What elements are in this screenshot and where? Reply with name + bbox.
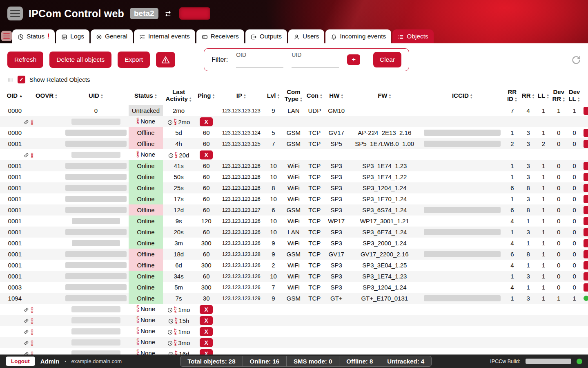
table-row[interactable]: 00000Untracked2mo123.123.123.1239LANUDPG… (0, 105, 588, 116)
add-filter-button[interactable]: + (347, 54, 360, 65)
col-hw[interactable]: HW▲▼ (325, 86, 348, 105)
cell-ip: 123.123.123.125 (218, 138, 264, 149)
col-con[interactable]: Con▲▼ (305, 86, 324, 105)
related-row[interactable]: OIDOVRNoneACT3moX (0, 337, 588, 348)
filter-oid-input[interactable] (236, 61, 283, 68)
tab-receivers[interactable]: Receivers (196, 29, 244, 43)
table-row[interactable]: 0001Online25s60123.123.123.1268WiFiTCPSP… (0, 182, 588, 193)
tab-incoming-events[interactable]: Incoming events (325, 29, 391, 43)
clear-filter-button[interactable]: Clear (373, 52, 401, 67)
delete-related-button[interactable]: X (200, 338, 212, 347)
related-row[interactable]: OIDOVRNoneACT1moX (0, 326, 588, 337)
col-oid[interactable]: OID▲ (0, 86, 30, 105)
col-rr_id[interactable]: RR ID▲▼ (504, 86, 520, 105)
row-action-button[interactable] (584, 107, 588, 115)
table-row[interactable]: 0001Online50s60123.123.123.12610WiFiTCPS… (0, 171, 588, 182)
table-row[interactable]: 0001Online9s120123.123.123.12610WiFiTCPW… (0, 215, 588, 227)
logout-button[interactable]: Logout (6, 357, 35, 366)
cell-rr-id: 1 (504, 127, 520, 138)
cell-rr: 3 (521, 271, 536, 282)
row-action-button[interactable] (584, 283, 588, 292)
table-row[interactable]: 0001Offline6d300123.123.123.1262WiFiTCPS… (0, 260, 588, 271)
tab-internal-events[interactable]: Internal events (134, 29, 195, 43)
col-lvl[interactable]: Lvl▲▼ (264, 86, 282, 105)
row-action-button[interactable] (584, 162, 588, 170)
menu-button[interactable] (7, 7, 23, 20)
col-fw[interactable]: FW▲▼ (348, 86, 421, 105)
col-dev_rr[interactable]: Dev RR▲▼ (551, 86, 566, 105)
table-row[interactable]: 1094Online7s30123.123.123.1299GSMTCPGT+G… (0, 293, 588, 304)
table-row[interactable]: 0001Offline12d60123.123.123.1276GSMTCPSP… (0, 204, 588, 215)
related-row[interactable]: OIDOVRNoneACT15hX (0, 315, 588, 326)
row-action-button[interactable] (584, 261, 588, 269)
cell-iccid (421, 138, 504, 149)
table-row[interactable]: 0001Online17s60123.123.123.12610WiFiTCPS… (0, 193, 588, 204)
cell-empty (218, 304, 588, 315)
outputs-icon (251, 33, 257, 40)
tab-outputs[interactable]: Outputs (245, 29, 287, 43)
table-row[interactable]: 0001Offline18d60123.123.123.1289GSMTCPGV… (0, 249, 588, 260)
table-row[interactable]: 0000Offline5d60123.123.123.1245GSMTCPGV1… (0, 127, 588, 138)
col-uid[interactable]: UID▲▼ (63, 86, 128, 105)
delete-related-button[interactable]: X (200, 316, 212, 325)
swap-icon[interactable] (164, 9, 172, 18)
table-row[interactable]: 0001Online34s60123.123.123.12610WiFiTCPS… (0, 271, 588, 282)
col-rr[interactable]: RR▲▼ (521, 86, 536, 105)
related-row[interactable]: OIDOVRNoneACT1moX (0, 304, 588, 315)
table-row[interactable]: 0001Online41s60123.123.123.12610WiFiTCPS… (0, 160, 588, 171)
warning-button[interactable] (156, 52, 175, 68)
table-row[interactable]: 0001Offline4h60123.123.123.1257GSMTCPSP5… (0, 138, 588, 149)
cell-oovr (30, 293, 64, 304)
related-row[interactable]: OIDOVRNoneACT16dX (0, 348, 588, 355)
row-action-button[interactable] (584, 195, 588, 203)
col-dev_ll[interactable]: Dev LL▲▼ (566, 86, 582, 105)
related-row[interactable]: OIDOVRNoneACT20dX (0, 149, 588, 160)
table-row[interactable]: 0001Online3m300123.123.123.1269WiFiTCPSP… (0, 238, 588, 249)
col-ping[interactable]: Ping▲▼ (194, 86, 218, 105)
row-action-button[interactable] (584, 184, 588, 192)
row-action-button[interactable] (584, 272, 588, 280)
delete-related-button[interactable]: X (200, 327, 212, 336)
row-action-button[interactable] (584, 239, 588, 247)
cell-action (582, 105, 588, 116)
table-row[interactable]: 0001Online20s60123.123.123.12610LANTCPSP… (0, 227, 588, 238)
row-action-button[interactable] (584, 129, 588, 137)
row-action-button[interactable] (584, 173, 588, 181)
tab-users[interactable]: Users (288, 29, 324, 43)
delete-all-objects-button[interactable]: Delete all objects (49, 52, 111, 68)
col-ll[interactable]: LL▲▼ (536, 86, 551, 105)
sort-icon: ▲▼ (577, 96, 580, 102)
tab-logs[interactable]: Logs (56, 29, 89, 43)
row-action-button[interactable] (584, 217, 588, 225)
tab-status[interactable]: Status! (12, 29, 55, 43)
separator-dot: • (65, 359, 66, 364)
header-red-button[interactable] (179, 7, 210, 20)
tab-objects[interactable]: Objects (392, 29, 434, 43)
related-row[interactable]: OIDOVRNoneACT2moX (0, 116, 588, 127)
delete-related-button[interactable]: X (200, 150, 212, 159)
delete-related-button[interactable]: X (200, 305, 212, 314)
col-ip[interactable]: IP▲▼ (218, 86, 264, 105)
refresh-button[interactable]: Refresh (7, 52, 43, 68)
col-status[interactable]: Status▲▼ (129, 86, 163, 105)
row-action-button[interactable] (584, 250, 588, 258)
table-row[interactable]: 0003Online5m300123.123.123.1267WiFiTCPSP… (0, 282, 588, 293)
row-action-button[interactable] (584, 206, 588, 214)
col-com[interactable]: Com Type▲▼ (283, 86, 305, 105)
export-button[interactable]: Export (118, 52, 150, 68)
column-drag-icon[interactable] (7, 76, 13, 83)
col-oovr[interactable]: OOVR▲▼ (30, 86, 64, 105)
col-last[interactable]: Last Activity▲▼ (163, 86, 194, 105)
col-iccid[interactable]: ICCID▲▼ (421, 86, 504, 105)
delete-related-button[interactable]: X (200, 117, 212, 126)
tab-label: Incoming events (340, 33, 386, 40)
sync-icon[interactable] (571, 53, 581, 66)
filter-uid-input[interactable] (292, 61, 339, 68)
row-action-button[interactable] (584, 140, 588, 148)
cell-last-activity: 4h (163, 138, 194, 149)
cell-ll: 1 (536, 215, 551, 227)
show-related-checkbox[interactable]: ✓ (18, 76, 25, 83)
row-action-button[interactable] (584, 228, 588, 236)
delete-related-button[interactable]: X (200, 349, 212, 355)
tab-general[interactable]: General (91, 29, 133, 43)
